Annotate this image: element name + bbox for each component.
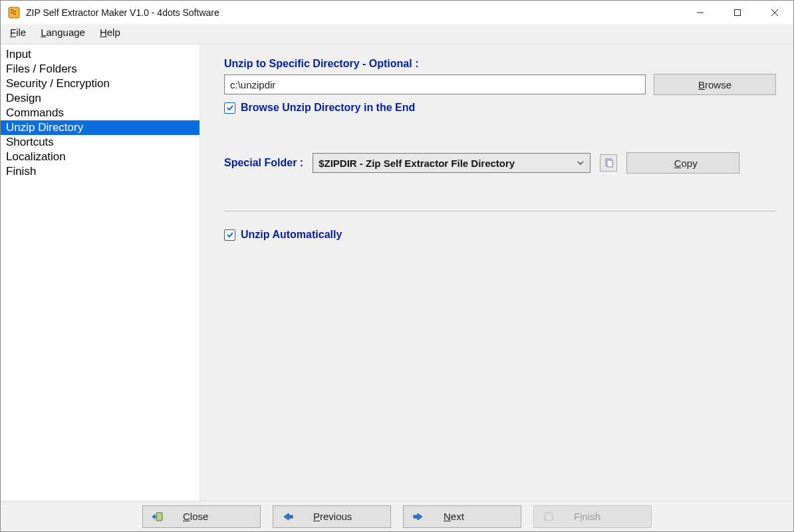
close-nav-icon [151, 511, 164, 523]
finish-nav-button[interactable]: Finish [533, 505, 652, 528]
browse-end-checkbox[interactable] [224, 102, 235, 114]
divider [224, 211, 776, 211]
unzip-automatically-label: Unzip Automatically [241, 229, 342, 241]
minimize-button[interactable] [682, 1, 719, 24]
previous-nav-button[interactable]: Previous [273, 505, 391, 528]
next-nav-button[interactable]: Next [403, 505, 521, 528]
special-folder-value: $ZIPDIR - Zip Self Extractor File Direct… [319, 158, 515, 169]
svg-rect-0 [9, 7, 19, 18]
arrow-left-icon [281, 511, 295, 523]
copy-icon-button[interactable] [600, 154, 617, 172]
sidebar-item-unzip-directory[interactable]: Unzip Directory [1, 120, 199, 135]
app-icon [7, 6, 21, 19]
chevron-down-icon [577, 158, 585, 169]
close-nav-button[interactable]: Close [142, 505, 261, 528]
sidebar-item-shortcuts[interactable]: Shortcuts [1, 135, 199, 150]
unzip-directory-label: Unzip to Specific Directory - Optional : [224, 58, 776, 70]
sidebar-item-input[interactable]: Input [1, 47, 199, 62]
unzip-automatically-checkbox[interactable] [224, 229, 235, 241]
menu-language[interactable]: Language [41, 27, 85, 38]
sidebar: Input Files / Folders Security / Encrypt… [1, 45, 200, 501]
svg-rect-1 [11, 9, 13, 11]
window-title: ZIP Self Extractor Maker V1.0 - 4dots So… [26, 7, 682, 18]
svg-rect-11 [156, 513, 162, 521]
arrow-right-icon [412, 511, 425, 523]
copy-icon [603, 158, 614, 168]
special-folder-label: Special Folder : [224, 157, 303, 169]
directory-input[interactable] [224, 74, 646, 94]
finish-icon [542, 511, 555, 523]
svg-rect-4 [13, 13, 16, 15]
sidebar-item-localization[interactable]: Localization [1, 150, 199, 164]
svg-marker-12 [284, 513, 293, 520]
copy-button[interactable]: Copy [626, 152, 739, 174]
special-folder-select[interactable]: $ZIPDIR - Zip Self Extractor File Direct… [313, 153, 591, 173]
browse-button[interactable]: Browse [654, 74, 776, 95]
sidebar-item-security-encryption[interactable]: Security / Encryption [1, 76, 199, 91]
maximize-button[interactable] [719, 1, 756, 24]
menu-help[interactable]: Help [100, 27, 120, 38]
sidebar-item-files-folders[interactable]: Files / Folders [1, 62, 199, 76]
svg-rect-10 [607, 160, 612, 167]
close-button[interactable] [756, 1, 793, 24]
window-controls [682, 1, 793, 24]
main-panel: Unzip to Specific Directory - Optional :… [200, 45, 793, 501]
svg-rect-6 [735, 9, 741, 15]
footer: Close Previous Next Finish [1, 501, 793, 531]
svg-rect-2 [13, 11, 16, 12]
sidebar-item-commands[interactable]: Commands [1, 106, 199, 120]
browse-end-checkbox-label: Browse Unzip Directory in the End [241, 102, 415, 114]
titlebar: ZIP Self Extractor Maker V1.0 - 4dots So… [1, 1, 793, 25]
sidebar-item-design[interactable]: Design [1, 91, 199, 106]
menu-file[interactable]: File [10, 27, 26, 38]
menubar: File Language Help [1, 25, 793, 45]
svg-marker-13 [414, 513, 422, 520]
svg-rect-3 [11, 12, 13, 13]
sidebar-item-finish[interactable]: Finish [1, 164, 199, 179]
